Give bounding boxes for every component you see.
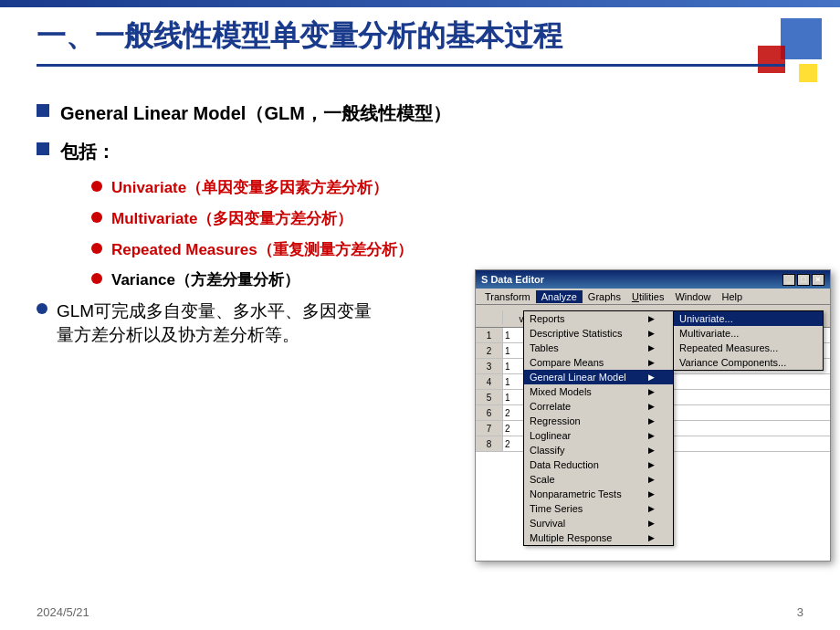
- nonparametric-arrow: ▶: [648, 489, 655, 499]
- sub-bullet-multivariate: Multivariate（多因变量方差分析）: [91, 208, 803, 230]
- menu-reports[interactable]: Reports ▶: [524, 311, 673, 326]
- menu-correlate[interactable]: Correlate ▶: [524, 399, 673, 414]
- univariate-text: Univariate（单因变量多因素方差分析）: [111, 177, 388, 199]
- includes-text: 包括：: [60, 139, 115, 164]
- spss-menubar: Transform Analyze Graphs Utilities Windo…: [476, 289, 830, 305]
- slide-title: 一、一般线性模型单变量分析的基本过程: [37, 16, 785, 67]
- menu-nonparametric[interactable]: Nonparametric Tests ▶: [524, 487, 673, 501]
- survival-label: Survival: [530, 518, 565, 529]
- spss-screenshot: S Data Editor _ □ × Transform Analyze Gr…: [475, 269, 831, 562]
- deco-square-yellow: [799, 64, 817, 82]
- classify-arrow: ▶: [648, 446, 655, 455]
- menu-window[interactable]: Window: [669, 290, 716, 303]
- spss-titlebar-buttons: _ □ ×: [782, 274, 824, 286]
- tables-label: Tables: [530, 342, 559, 353]
- sub-bullet-univariate: Univariate（单因变量多因素方差分析）: [91, 177, 803, 199]
- variance-submenu-label: Variance Components...: [679, 357, 786, 368]
- row-num-2: 2: [476, 343, 503, 358]
- bullet-glm: General Linear Model（GLM，一般线性模型）: [37, 100, 803, 126]
- row-num-5: 5: [476, 390, 503, 404]
- title-text: 一、一般线性模型单变量分析的基本过程: [37, 16, 562, 57]
- analyze-dropdown: Reports ▶ Descriptive Statistics ▶ Table…: [523, 310, 674, 546]
- row-num-3: 3: [476, 359, 503, 373]
- compare-means-arrow: ▶: [648, 358, 655, 367]
- sub-bullet-repeated: Repeated Measures（重复测量方差分析）: [91, 239, 803, 261]
- menu-transform[interactable]: Transform: [479, 290, 536, 303]
- menu-graphs[interactable]: Graphs: [583, 290, 626, 303]
- minimize-button[interactable]: _: [782, 274, 795, 286]
- row-num-1: 1: [476, 328, 503, 342]
- menu-tables[interactable]: Tables ▶: [524, 341, 673, 355]
- maximize-button[interactable]: □: [797, 274, 810, 286]
- glm-capabilities-text: GLM可完成多自变量、多水平、多因变量量方差分析以及协方差分析等。: [57, 299, 372, 347]
- mixed-models-arrow: ▶: [648, 387, 655, 396]
- time-series-label: Time Series: [530, 503, 583, 514]
- menu-data-reduction[interactable]: Data Reduction ▶: [524, 457, 673, 472]
- menu-glm[interactable]: General Linear Model ▶: [524, 370, 673, 384]
- descriptive-arrow: ▶: [648, 329, 655, 338]
- submenu-multivariate[interactable]: Multivariate...: [674, 326, 823, 341]
- time-series-arrow: ▶: [648, 504, 655, 513]
- circle-bullet-icon-4: [91, 273, 102, 284]
- row-num-8: 8: [476, 436, 503, 451]
- variance-text: Variance（方差分量分析）: [111, 269, 299, 290]
- nonparametric-label: Nonparametric Tests: [530, 488, 622, 499]
- survival-arrow: ▶: [648, 519, 655, 528]
- menu-utilities[interactable]: Utilities: [626, 290, 669, 303]
- menu-regression[interactable]: Regression ▶: [524, 414, 673, 428]
- submenu-repeated-measures[interactable]: Repeated Measures...: [674, 341, 823, 355]
- repeated-text: Repeated Measures（重复测量方差分析）: [111, 239, 413, 261]
- menu-descriptive-stats[interactable]: Descriptive Statistics ▶: [524, 326, 673, 341]
- row-num-7: 7: [476, 421, 503, 436]
- submenu-univariate[interactable]: Univariate...: [674, 311, 823, 326]
- menu-survival[interactable]: Survival ▶: [524, 516, 673, 530]
- row-num-4: 4: [476, 374, 503, 389]
- glm-menu-label: General Linear Model: [530, 372, 626, 383]
- footer-date: 2024/5/21: [37, 605, 89, 619]
- menu-classify[interactable]: Classify ▶: [524, 443, 673, 457]
- regression-arrow: ▶: [648, 416, 655, 425]
- row-num-6: 6: [476, 405, 503, 420]
- reports-label: Reports: [530, 313, 565, 324]
- correlate-label: Correlate: [530, 401, 571, 412]
- menu-loglinear[interactable]: Loglinear ▶: [524, 428, 673, 443]
- loglinear-arrow: ▶: [648, 431, 655, 440]
- menu-analyze[interactable]: Analyze: [536, 290, 583, 303]
- footer: 2024/5/21 3: [0, 605, 840, 619]
- menu-mixed-models[interactable]: Mixed Models ▶: [524, 384, 673, 399]
- glm-arrow: ▶: [648, 373, 655, 382]
- footer-page: 3: [797, 605, 803, 619]
- multivariate-text: Multivariate（多因变量方差分析）: [111, 208, 352, 230]
- menu-time-series[interactable]: Time Series ▶: [524, 501, 673, 516]
- menu-multiple-response[interactable]: Multiple Response ▶: [524, 530, 673, 545]
- mixed-models-label: Mixed Models: [530, 386, 592, 397]
- glm-text: General Linear Model（GLM，一般线性模型）: [60, 100, 451, 126]
- slide: 一、一般线性模型单变量分析的基本过程 General Linear Model（…: [0, 0, 840, 630]
- scale-label: Scale: [530, 474, 555, 485]
- top-bar: [0, 0, 840, 7]
- circle-bullet-icon-2: [91, 212, 102, 223]
- classify-label: Classify: [530, 445, 565, 456]
- multiple-response-label: Multiple Response: [530, 532, 613, 543]
- submenu-variance-components[interactable]: Variance Components...: [674, 355, 823, 370]
- square-bullet-icon-2: [37, 142, 49, 155]
- square-bullet-icon: [37, 104, 49, 117]
- menu-compare-means[interactable]: Compare Means ▶: [524, 355, 673, 370]
- glm-submenu: Univariate... Multivariate... Repeated M…: [673, 310, 824, 371]
- tables-arrow: ▶: [648, 343, 655, 352]
- close-button[interactable]: ×: [812, 274, 824, 286]
- univariate-submenu-label: Univariate...: [679, 313, 733, 324]
- descriptive-label: Descriptive Statistics: [530, 328, 622, 339]
- circle-bullet-icon-3: [91, 243, 102, 254]
- data-reduction-label: Data Reduction: [530, 459, 599, 470]
- grid-header-num: [476, 310, 503, 325]
- multivariate-submenu-label: Multivariate...: [679, 328, 739, 339]
- scale-arrow: ▶: [648, 475, 655, 484]
- menu-scale[interactable]: Scale ▶: [524, 472, 673, 487]
- spss-title-text: S Data Editor: [481, 274, 782, 285]
- compare-means-label: Compare Means: [530, 357, 604, 368]
- deco-square-blue: [781, 18, 822, 59]
- menu-help[interactable]: Help: [717, 290, 749, 303]
- regression-label: Regression: [530, 415, 581, 426]
- multiple-response-arrow: ▶: [648, 533, 655, 542]
